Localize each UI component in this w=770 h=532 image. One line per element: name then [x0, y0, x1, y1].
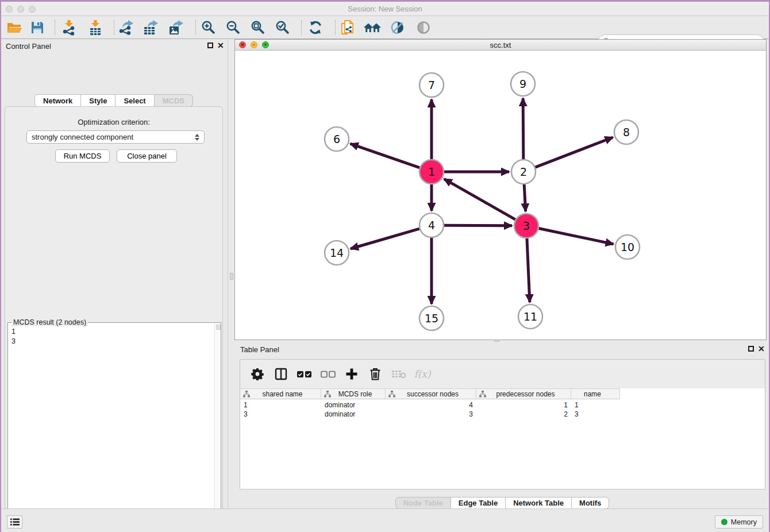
- delete-column-icon[interactable]: [367, 365, 383, 383]
- node-4[interactable]: 4: [419, 213, 444, 237]
- table-panel-title: Table Panel: [240, 345, 279, 354]
- edge-3-11[interactable]: [527, 238, 530, 302]
- optimization-criterion-select[interactable]: strongly connected component: [26, 130, 205, 144]
- select-all-checkboxes-icon[interactable]: [297, 365, 313, 383]
- mcds-result-text[interactable]: 1 3: [8, 323, 214, 532]
- import-network-icon[interactable]: [59, 18, 79, 37]
- refresh-layout-icon[interactable]: [305, 18, 326, 37]
- table-cell[interactable]: 4: [386, 400, 476, 410]
- node-15[interactable]: 15: [419, 306, 444, 330]
- tab-node-table[interactable]: Node Table: [395, 497, 451, 509]
- tab-select[interactable]: Select: [116, 94, 154, 107]
- column-header-shared-name[interactable]: shared name: [240, 389, 321, 399]
- zoom-in-icon[interactable]: [198, 18, 219, 37]
- settings-gear-icon[interactable]: [249, 365, 265, 383]
- control-panel: Control Panel ✕ NetworkStyleSelectMCDS O…: [0, 39, 228, 508]
- float-panel-icon[interactable]: [207, 43, 213, 48]
- close-panel-icon[interactable]: ✕: [217, 41, 224, 50]
- edge-1-6[interactable]: [351, 144, 420, 168]
- table-row[interactable]: 1dominator411: [240, 400, 620, 410]
- tab-network[interactable]: Network: [34, 94, 81, 107]
- export-network-icon[interactable]: [116, 18, 136, 37]
- table-cell[interactable]: 3: [386, 410, 476, 419]
- tab-motifs[interactable]: Motifs: [572, 497, 609, 509]
- node-6[interactable]: 6: [325, 127, 349, 151]
- edge-4-14[interactable]: [351, 229, 419, 249]
- node-label: 9: [519, 78, 526, 90]
- add-column-icon[interactable]: [344, 365, 360, 383]
- divider-handle[interactable]: [230, 273, 233, 280]
- import-table-icon[interactable]: [85, 18, 106, 37]
- toolbar-separator: [301, 20, 302, 35]
- memory-status-dot: [721, 519, 727, 525]
- network-window-titlebar[interactable]: ✕ − + scc.txt: [235, 40, 766, 51]
- deselect-all-checkboxes-icon[interactable]: [320, 365, 336, 383]
- column-label: name: [571, 390, 619, 398]
- memory-button[interactable]: Memory: [715, 515, 763, 529]
- table-cell[interactable]: 3: [571, 410, 620, 419]
- tab-mcds[interactable]: MCDS: [155, 94, 193, 107]
- table-cell[interactable]: 1: [476, 400, 571, 410]
- export-image-icon[interactable]: [165, 18, 186, 37]
- table-cell[interactable]: 2: [476, 410, 571, 419]
- edge-4-3[interactable]: [444, 225, 512, 226]
- apply-style-icon[interactable]: [387, 18, 408, 37]
- node-14[interactable]: 14: [325, 241, 349, 265]
- node-1[interactable]: 1: [419, 160, 444, 184]
- table-panel-tabs: Node TableEdge TableNetwork TableMotifs: [234, 497, 770, 509]
- delete-table-icon[interactable]: [391, 365, 407, 383]
- edge-3-1[interactable]: [444, 179, 515, 219]
- panel-divider[interactable]: [228, 39, 234, 508]
- column-tree-icon: [324, 391, 331, 398]
- select-stepper-icon: [195, 134, 199, 141]
- app-titlebar: Session: New Session: [0, 0, 770, 16]
- control-panel-tabs: NetworkStyleSelectMCDS: [0, 94, 228, 107]
- column-header-name[interactable]: name: [571, 389, 620, 399]
- node-3[interactable]: 3: [514, 214, 538, 238]
- column-header-MCDS-role[interactable]: MCDS role: [321, 389, 386, 399]
- hide-selected-icon[interactable]: [413, 18, 434, 37]
- open-folder-icon[interactable]: [3, 18, 24, 37]
- tab-edge-table[interactable]: Edge Table: [451, 497, 506, 509]
- float-table-panel-icon[interactable]: [748, 346, 754, 352]
- close-table-panel-icon[interactable]: ✕: [758, 344, 765, 353]
- network-graph[interactable]: 1234678910111415: [235, 51, 766, 340]
- tab-style[interactable]: Style: [81, 94, 116, 107]
- save-icon[interactable]: [27, 18, 48, 37]
- network-canvas[interactable]: 1234678910111415: [235, 51, 766, 340]
- export-table-icon[interactable]: [140, 18, 161, 37]
- node-9[interactable]: 9: [511, 72, 535, 96]
- column-header-predecessor-nodes[interactable]: predecessor nodes: [476, 389, 571, 399]
- edge-2-8[interactable]: [536, 137, 613, 167]
- edge-3-10[interactable]: [539, 229, 614, 244]
- task-history-button[interactable]: [7, 515, 22, 529]
- zoom-out-icon[interactable]: [223, 18, 244, 37]
- table-cell[interactable]: 1: [571, 400, 620, 410]
- function-builder-icon[interactable]: f(x): [414, 365, 430, 383]
- table-cell[interactable]: dominator: [321, 410, 386, 419]
- edge-2-3[interactable]: [524, 184, 526, 211]
- zoom-selected-icon[interactable]: [272, 18, 293, 37]
- node-11[interactable]: 11: [518, 304, 542, 329]
- home-icon[interactable]: [362, 18, 383, 37]
- node-10[interactable]: 10: [615, 235, 640, 259]
- toolbar-separator: [335, 20, 336, 35]
- column-header-successor-nodes[interactable]: successor nodes: [386, 389, 476, 399]
- mcds-result-scrollbar[interactable]: [214, 323, 221, 532]
- table-cell[interactable]: 3: [240, 410, 321, 419]
- mcds-tab-content: Optimization criterion: strongly connect…: [5, 106, 223, 532]
- close-panel-button[interactable]: Close panel: [117, 149, 177, 163]
- node-2[interactable]: 2: [511, 160, 536, 184]
- column-chooser-icon[interactable]: [273, 365, 289, 383]
- node-label: 15: [425, 312, 438, 325]
- edge-2-9[interactable]: [523, 98, 523, 159]
- copy-network-icon[interactable]: [337, 18, 358, 37]
- table-cell[interactable]: 1: [240, 400, 321, 410]
- node-8[interactable]: 8: [614, 120, 638, 144]
- tab-network-table[interactable]: Network Table: [506, 497, 572, 509]
- zoom-fit-icon[interactable]: [248, 18, 268, 37]
- table-row[interactable]: 3dominator323: [240, 410, 620, 419]
- run-mcds-button[interactable]: Run MCDS: [55, 149, 110, 163]
- table-cell[interactable]: dominator: [321, 400, 386, 410]
- node-7[interactable]: 7: [419, 73, 444, 97]
